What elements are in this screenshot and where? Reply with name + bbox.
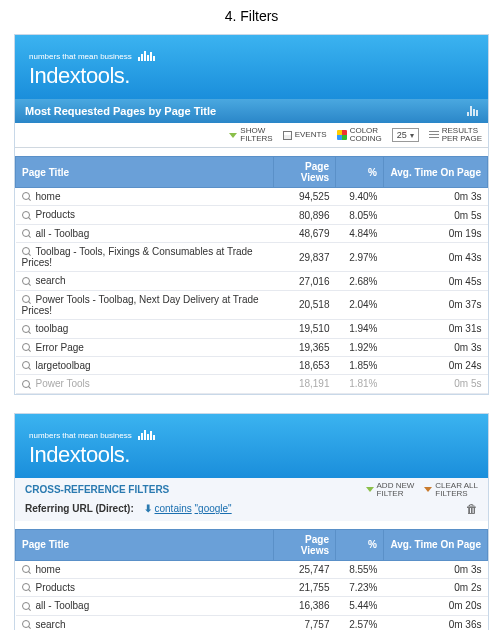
events-button[interactable]: EVENTS [283, 131, 327, 140]
table-row[interactable]: Products80,8968.05%0m 5s [16, 206, 488, 224]
cell-title: toolbag [16, 320, 274, 338]
cell-title: largetoolbag [16, 356, 274, 374]
per-page-select[interactable]: 25▾ [392, 128, 419, 142]
table-row[interactable]: largetoolbag18,6531.85%0m 24s [16, 356, 488, 374]
cell-title: search [16, 615, 274, 630]
cell-pct: 5.44% [336, 597, 384, 615]
col-percent[interactable]: % [336, 529, 384, 560]
cell-pct: 8.55% [336, 560, 384, 578]
cell-time: 0m 24s [384, 356, 488, 374]
table-row[interactable]: Power Tools18,1911.81%0m 5s [16, 375, 488, 393]
cell-time: 0m 3s [384, 338, 488, 356]
cell-views: 18,191 [274, 375, 336, 393]
per-page-value: 25 [397, 130, 407, 140]
table-row[interactable]: home94,5259.40%0m 3s [16, 188, 488, 206]
cell-time: 0m 5s [384, 375, 488, 393]
color-coding-label: COLOR CODING [350, 127, 382, 143]
funnel-add-icon [366, 487, 374, 492]
calendar-icon [283, 131, 292, 140]
clear-filters-button[interactable]: CLEAR ALL FILTERS [424, 482, 478, 498]
magnifier-icon [22, 325, 32, 335]
col-percent[interactable]: % [336, 157, 384, 188]
col-page-title[interactable]: Page Title [16, 157, 274, 188]
cell-views: 80,896 [274, 206, 336, 224]
table-row[interactable]: Power Tools - Toolbag, Next Day Delivery… [16, 290, 488, 319]
brand-name: Indextools. [29, 63, 474, 89]
cell-time: 0m 37s [384, 290, 488, 319]
cell-title: Toolbag - Tools, Fixings & Consumables a… [16, 243, 274, 272]
funnel-clear-icon [424, 487, 432, 492]
results-table: Page Title Page Views % Avg. Time On Pag… [15, 529, 488, 630]
filters-section-title: CROSS-REFERENCE FILTERS [25, 484, 169, 495]
results-table: Page Title Page Views % Avg. Time On Pag… [15, 156, 488, 394]
cell-title: Products [16, 578, 274, 596]
brand-banner: numbers that mean business Indextools. [15, 414, 488, 478]
report-panel-filtered: numbers that mean business Indextools. C… [14, 413, 489, 630]
cell-pct: 1.92% [336, 338, 384, 356]
cell-views: 29,837 [274, 243, 336, 272]
color-coding-button[interactable]: COLOR CODING [337, 127, 382, 143]
table-row[interactable]: toolbag19,5101.94%0m 31s [16, 320, 488, 338]
table-row[interactable]: all - Toolbag16,3865.44%0m 20s [16, 597, 488, 615]
cell-views: 19,510 [274, 320, 336, 338]
cell-title: all - Toolbag [16, 597, 274, 615]
table-row[interactable]: Products21,7557.23%0m 2s [16, 578, 488, 596]
tagline-text: numbers that mean business [29, 431, 132, 440]
cell-pct: 2.04% [336, 290, 384, 319]
list-icon [429, 131, 439, 139]
cell-time: 0m 3s [384, 188, 488, 206]
cell-views: 21,755 [274, 578, 336, 596]
table-row[interactable]: Toolbag - Tools, Fixings & Consumables a… [16, 243, 488, 272]
table-row[interactable]: search27,0162.68%0m 45s [16, 272, 488, 290]
col-avg-time[interactable]: Avg. Time On Page [384, 529, 488, 560]
magnifier-icon [22, 361, 32, 371]
show-filters-button[interactable]: SHOW FILTERS [229, 127, 272, 143]
cell-views: 94,525 [274, 188, 336, 206]
cell-pct: 9.40% [336, 188, 384, 206]
cell-pct: 4.84% [336, 224, 384, 242]
cell-title: Error Page [16, 338, 274, 356]
cell-title: home [16, 560, 274, 578]
filter-operator: contains [155, 503, 192, 514]
cell-title: home [16, 188, 274, 206]
cell-time: 0m 20s [384, 597, 488, 615]
magnifier-icon [22, 583, 32, 593]
show-filters-label: SHOW FILTERS [240, 127, 272, 143]
brand-tagline: numbers that mean business [29, 49, 474, 61]
trash-icon: 🗑 [466, 502, 478, 516]
cell-title: Power Tools - Toolbag, Next Day Delivery… [16, 290, 274, 319]
magnifier-icon [22, 247, 32, 257]
col-avg-time[interactable]: Avg. Time On Page [384, 157, 488, 188]
col-page-title[interactable]: Page Title [16, 529, 274, 560]
brand-name: Indextools. [29, 442, 474, 468]
table-row[interactable]: all - Toolbag48,6794.84%0m 19s [16, 224, 488, 242]
add-filter-label: ADD NEW FILTER [377, 482, 415, 498]
magnifier-icon [22, 602, 32, 612]
table-row[interactable]: Error Page19,3651.92%0m 3s [16, 338, 488, 356]
col-page-views[interactable]: Page Views [274, 157, 336, 188]
magnifier-icon [22, 295, 32, 305]
filter-field-label: Referring URL (Direct): [25, 503, 134, 514]
magnifier-icon [22, 343, 32, 353]
col-page-views[interactable]: Page Views [274, 529, 336, 560]
magnifier-icon [22, 211, 32, 221]
cell-views: 19,365 [274, 338, 336, 356]
cell-time: 0m 36s [384, 615, 488, 630]
events-label: EVENTS [295, 131, 327, 139]
cell-pct: 7.23% [336, 578, 384, 596]
table-row[interactable]: home25,7478.55%0m 3s [16, 560, 488, 578]
magnifier-icon [22, 277, 32, 287]
add-filter-button[interactable]: ADD NEW FILTER [366, 482, 415, 498]
magnifier-icon [22, 192, 32, 202]
clear-filters-label: CLEAR ALL FILTERS [435, 482, 478, 498]
filter-condition[interactable]: ⬇ contains "google" [144, 503, 232, 514]
cell-views: 27,016 [274, 272, 336, 290]
cell-time: 0m 31s [384, 320, 488, 338]
table-row[interactable]: search7,7572.57%0m 36s [16, 615, 488, 630]
filters-header: CROSS-REFERENCE FILTERS ADD NEW FILTER C… [15, 478, 488, 500]
cell-time: 0m 5s [384, 206, 488, 224]
delete-filter-button[interactable]: 🗑 [466, 503, 478, 515]
cell-views: 18,653 [274, 356, 336, 374]
cell-title: search [16, 272, 274, 290]
logo-bars-icon [138, 49, 155, 61]
